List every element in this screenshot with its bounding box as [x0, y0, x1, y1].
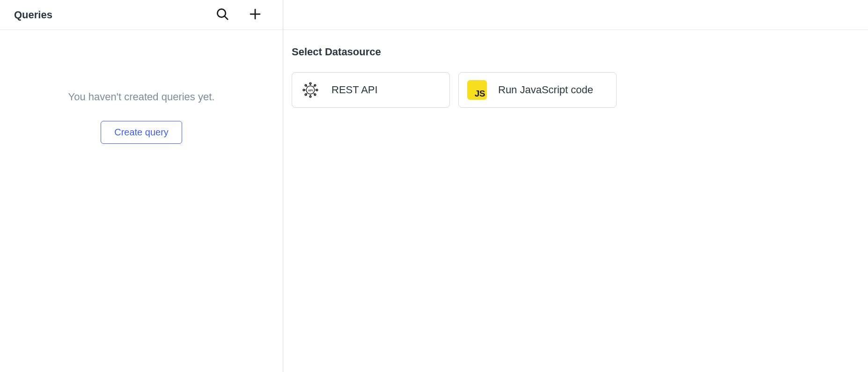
sidebar-header: Queries — [0, 0, 283, 30]
search-button[interactable] — [213, 5, 231, 24]
empty-state-text: You haven't created queries yet. — [68, 91, 215, 103]
datasource-card-javascript[interactable]: JS Run JavaScript code — [458, 72, 617, 108]
datasource-card-rest-api[interactable]: API REST API — [292, 72, 450, 108]
api-icon: API — [301, 80, 320, 100]
svg-line-1 — [224, 16, 228, 19]
svg-text:API: API — [308, 89, 313, 92]
js-icon: JS — [467, 80, 487, 100]
sidebar-body: You haven't created queries yet. Create … — [0, 30, 283, 372]
datasource-label: REST API — [331, 84, 378, 96]
js-badge: JS — [467, 80, 487, 100]
sidebar-actions — [213, 5, 264, 24]
main-body: Select Datasource — [283, 30, 868, 124]
main-panel: Select Datasource — [283, 0, 868, 372]
plus-icon — [248, 7, 262, 22]
main-title: Select Datasource — [292, 46, 860, 58]
main-header-spacer — [283, 0, 868, 30]
queries-sidebar: Queries — [0, 0, 283, 372]
add-button[interactable] — [246, 5, 264, 24]
sidebar-title: Queries — [14, 9, 52, 21]
datasource-grid: API REST API JS Run JavaScript code — [292, 72, 860, 108]
datasource-label: Run JavaScript code — [498, 84, 593, 96]
search-icon — [215, 7, 229, 22]
app-container: Queries — [0, 0, 868, 372]
create-query-button[interactable]: Create query — [101, 121, 182, 144]
